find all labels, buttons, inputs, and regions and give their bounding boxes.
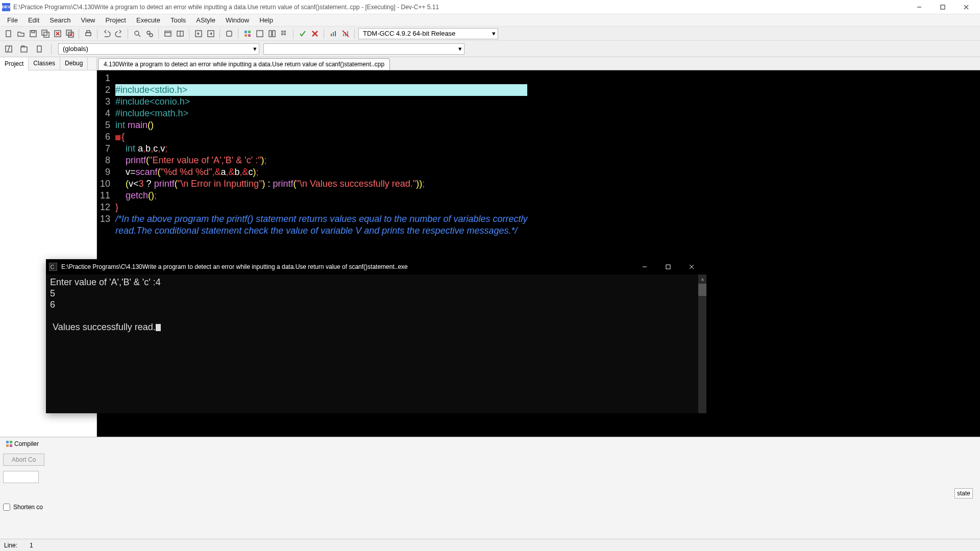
svg-rect-52 xyxy=(10,441,12,443)
svg-rect-31 xyxy=(248,34,251,37)
svg-rect-34 xyxy=(273,31,275,37)
menu-astyle[interactable]: AStyle xyxy=(191,15,220,26)
svg-rect-5 xyxy=(30,31,36,37)
console-minimize-button[interactable] xyxy=(633,259,656,274)
svg-rect-33 xyxy=(269,31,272,37)
menu-project[interactable]: Project xyxy=(101,15,131,26)
profile-icon[interactable] xyxy=(328,28,339,39)
close-button[interactable] xyxy=(954,0,978,14)
file-tab-active[interactable]: 4.130Write a program to detect an error … xyxy=(98,58,390,70)
grid-icon xyxy=(6,441,12,447)
svg-rect-17 xyxy=(87,31,90,33)
console-titlebar[interactable]: C E:\Practice Programs\C\4.130Write a pr… xyxy=(46,259,706,274)
new-window-icon[interactable] xyxy=(3,43,14,55)
maximize-button[interactable] xyxy=(931,0,954,14)
save-all-icon[interactable] xyxy=(40,28,51,39)
print-icon[interactable] xyxy=(83,28,94,39)
undo-icon[interactable] xyxy=(101,28,112,39)
scope-select-text: (globals) xyxy=(63,45,88,53)
side-tab-project[interactable]: Project xyxy=(0,58,29,70)
menu-tools[interactable]: Tools xyxy=(165,15,191,26)
redo-icon[interactable] xyxy=(113,28,125,39)
svg-rect-43 xyxy=(335,31,336,36)
scroll-thumb[interactable] xyxy=(698,284,706,296)
chevron-down-icon: ▾ xyxy=(488,30,496,37)
svg-rect-37 xyxy=(281,33,283,35)
shorten-paths-label: Shorten co xyxy=(13,504,43,511)
scope-select[interactable]: (globals) ▾ xyxy=(58,43,259,55)
svg-rect-36 xyxy=(284,31,286,33)
side-tab-debug[interactable]: Debug xyxy=(60,57,88,70)
menu-edit[interactable]: Edit xyxy=(23,15,44,26)
compiler-select[interactable]: TDM-GCC 4.9.2 64-bit Release ▾ xyxy=(358,28,498,39)
truncated-text: state xyxy=(954,488,973,498)
svg-rect-41 xyxy=(331,34,332,36)
run-icon[interactable] xyxy=(254,28,265,39)
svg-rect-28 xyxy=(244,31,247,33)
svg-rect-54 xyxy=(10,444,12,447)
member-select[interactable]: ▾ xyxy=(263,43,464,55)
svg-rect-57 xyxy=(666,265,670,269)
chevron-down-icon: ▾ xyxy=(249,45,257,53)
svg-rect-35 xyxy=(281,31,283,33)
save-icon[interactable] xyxy=(28,28,39,39)
abort-compilation-button[interactable]: Abort Co xyxy=(3,454,44,466)
rebuild-icon[interactable] xyxy=(279,28,290,39)
indent-right-icon[interactable] xyxy=(205,28,216,39)
bottom-tab-compiler[interactable]: Compiler xyxy=(3,439,42,448)
side-tab-classes[interactable]: Classes xyxy=(29,57,60,70)
close-file-icon[interactable] xyxy=(52,28,63,39)
scroll-up-icon[interactable]: ▴ xyxy=(698,274,706,283)
console-title: E:\Practice Programs\C\4.130Write a prog… xyxy=(61,263,408,270)
open-file-icon[interactable] xyxy=(15,28,27,39)
compile-run-icon[interactable] xyxy=(266,28,278,39)
svg-rect-22 xyxy=(165,31,171,36)
svg-rect-50 xyxy=(37,46,41,52)
svg-rect-32 xyxy=(257,31,263,37)
delete-profile-icon[interactable] xyxy=(340,28,351,39)
app-icon: DEV xyxy=(2,3,10,11)
menu-window[interactable]: Window xyxy=(220,15,254,26)
menu-search[interactable]: Search xyxy=(44,15,76,26)
status-line-label: Line: xyxy=(4,542,17,549)
svg-rect-49 xyxy=(21,47,27,52)
close-all-icon[interactable] xyxy=(64,28,76,39)
debug-check-icon[interactable] xyxy=(297,28,308,39)
bookmark-icon[interactable] xyxy=(175,28,186,39)
replace-icon[interactable] xyxy=(144,28,155,39)
console-output[interactable]: Enter value of 'A','B' & 'c' :4 5 6 Valu… xyxy=(46,274,706,413)
shorten-paths-checkbox[interactable]: Shorten co xyxy=(3,504,977,511)
svg-rect-7 xyxy=(42,30,47,35)
compile-icon[interactable] xyxy=(242,28,253,39)
menu-execute[interactable]: Execute xyxy=(131,15,165,26)
fold-marker-icon[interactable] xyxy=(115,135,120,140)
svg-point-18 xyxy=(135,31,139,35)
console-scrollbar[interactable]: ▴ xyxy=(698,274,706,413)
svg-rect-38 xyxy=(284,33,286,35)
console-close-button[interactable] xyxy=(680,259,703,274)
status-line-value: 1 xyxy=(30,542,33,549)
find-icon[interactable] xyxy=(132,28,143,39)
menu-file[interactable]: File xyxy=(2,15,23,26)
menu-view[interactable]: View xyxy=(76,15,101,26)
insert-icon[interactable] xyxy=(34,43,45,55)
svg-rect-16 xyxy=(86,33,91,36)
main-toolbar: TDM-GCC 4.9.2 64-bit Release ▾ xyxy=(0,27,980,41)
minimize-button[interactable] xyxy=(908,0,931,14)
statusbar: Line: 1 xyxy=(0,539,980,551)
svg-point-20 xyxy=(147,31,150,34)
indent-left-icon[interactable] xyxy=(193,28,204,39)
compile-text-field[interactable] xyxy=(3,471,39,483)
menu-help[interactable]: Help xyxy=(254,15,278,26)
new-project-icon[interactable] xyxy=(18,43,30,55)
goto-icon[interactable] xyxy=(162,28,174,39)
svg-rect-51 xyxy=(6,441,9,443)
svg-rect-44 xyxy=(343,34,344,36)
shorten-paths-input[interactable] xyxy=(3,504,10,511)
file-tabs: 4.130Write a program to detect an error … xyxy=(97,57,980,70)
debug-toggle-icon[interactable] xyxy=(224,28,235,39)
new-file-icon[interactable] xyxy=(3,28,14,39)
stop-icon[interactable] xyxy=(309,28,321,39)
console-maximize-button[interactable] xyxy=(656,259,680,274)
cursor-icon xyxy=(156,324,161,331)
